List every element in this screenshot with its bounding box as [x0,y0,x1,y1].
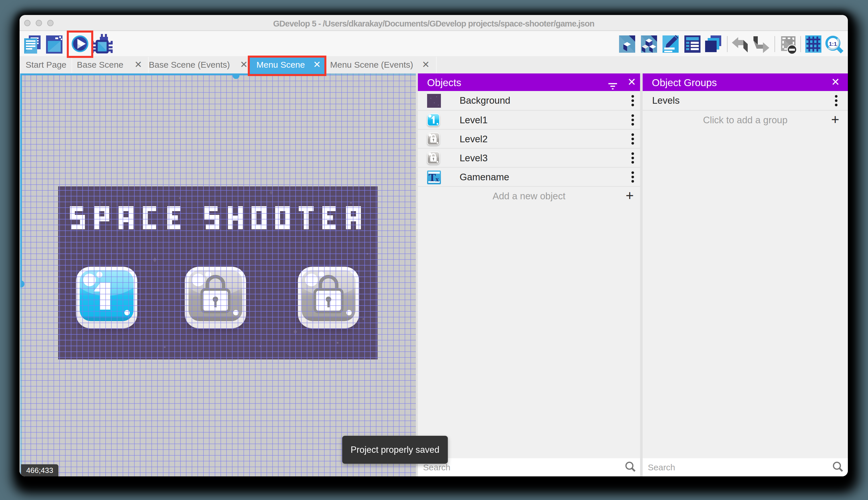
svg-text:1:1: 1:1 [829,41,837,47]
